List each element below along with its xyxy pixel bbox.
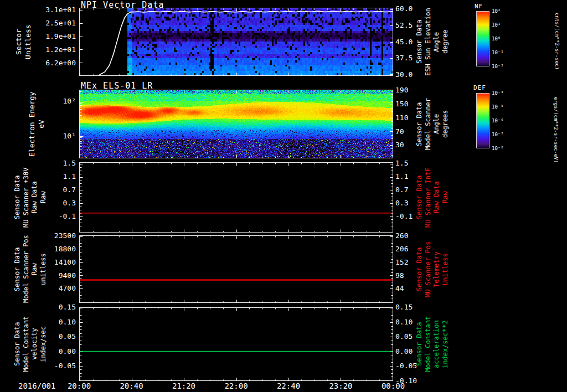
y-tick-label-left: 0.3 (32, 199, 76, 207)
plot-window: NPI Vector Data MEx ELS-01 LR Sector Uni… (0, 0, 567, 392)
y-tick-label-right: 45.0 (395, 38, 413, 46)
y-tick-label-right: 190 (395, 86, 408, 94)
colorbar-tick-label: 10⁻⁶ (492, 118, 504, 123)
x-tick-label: 21:20 (166, 381, 202, 390)
mu-scanner-30v-panel (79, 162, 393, 233)
panel4-right-axis-label: Sensor Data MU Scanner Pos Telemetry Uni… (415, 235, 450, 303)
x-axis-date-label: 2016/001 (18, 381, 55, 390)
npi-spectrogram-canvas (80, 8, 393, 75)
y-tick-label-left: 4700 (32, 284, 76, 292)
y-tick-label-left: 10² (32, 97, 76, 105)
colorbar1-title: NF (475, 3, 483, 10)
panel1-right-axis-label: Sensor Data ESH Sun Elevation Angle degr… (415, 8, 450, 76)
y-tick-label-left: 3.1e+01 (32, 6, 76, 14)
mu-scanner-30v-canvas (80, 163, 393, 232)
colorbar2-title: DEF (473, 84, 486, 91)
panel5-right-axis-label: Sensor Data Model Constant acceleration … (415, 307, 450, 381)
panel2-right-axis-label: Sensor Data Model Scanner Angle degrees (415, 90, 450, 158)
x-tick-label: 00:00 (375, 381, 411, 390)
y-tick-label-left: 0.10 (32, 318, 76, 326)
x-tick-label: 22:40 (271, 381, 306, 390)
y-tick-label-right: 30 (395, 141, 404, 149)
y-tick-label-left: -0.05 (32, 362, 76, 370)
y-tick-label-left: 1.2e+01 (32, 45, 76, 54)
els-spectrogram-canvas (80, 90, 393, 158)
x-tick-label: 20:00 (61, 381, 97, 390)
y-tick-label-left: 18800 (32, 245, 76, 253)
colorbar2-gradient (476, 93, 489, 148)
npi-spectrogram-panel (79, 8, 393, 76)
y-tick-label-right: 0.05 (395, 332, 413, 341)
y-tick-label-right: 150 (395, 100, 408, 108)
y-tick-label-right: 0.3 (395, 199, 408, 207)
y-tick-label-right: 152 (395, 258, 408, 266)
y-tick-label-right: 1.1 (395, 172, 408, 180)
y-tick-label-right: 30.0 (395, 70, 413, 79)
y-tick-label-right: -0.05 (395, 362, 417, 370)
colorbar-tick-label: 10¹ (492, 22, 501, 28)
y-tick-label-right: 52.5 (395, 21, 413, 29)
y-tick-label-left: 1.5 (32, 159, 76, 167)
colorbar-tick-label: 10² (492, 8, 501, 14)
y-tick-label-right: -0.1 (395, 212, 413, 220)
colorbar1-gradient (476, 11, 489, 66)
colorbar-tick-label: 10⁻¹ (492, 50, 504, 55)
y-tick-label-left: 9400 (32, 271, 76, 280)
panel1-left-axis-label: Sector Unitless (14, 8, 33, 76)
y-tick-label-right: 0.00 (395, 347, 413, 355)
y-tick-label-left: 0.15 (32, 303, 76, 311)
y-tick-label-right: 260 (395, 231, 408, 240)
colorbar-tick-label: 10⁻² (492, 64, 504, 69)
colorbar-tick-label: 10⁰ (492, 36, 501, 42)
model-constant-panel (79, 307, 393, 381)
y-tick-label-left: 1.9e+01 (32, 32, 76, 40)
y-tick-label-left: 23500 (32, 231, 76, 240)
y-tick-label-right: 70 (395, 127, 404, 136)
colorbar-tick-label: 10⁻⁸ (492, 146, 504, 151)
colorbar1-unit-label: cnts/(cm**2-sr-sec) (554, 6, 560, 76)
els-spectrogram-panel (79, 90, 393, 158)
y-tick-label-right: 37.5 (395, 54, 413, 62)
y-tick-label-left: 0.7 (32, 185, 76, 194)
y-tick-label-right: 44 (395, 284, 404, 292)
y-tick-label-left: 0.05 (32, 332, 76, 341)
y-tick-label-right: 0.15 (395, 303, 413, 311)
model-constant-canvas (80, 308, 393, 380)
scanner-pos-panel (79, 235, 393, 303)
y-tick-label-right: 110 (395, 114, 408, 122)
y-tick-label-left: 14100 (32, 258, 76, 266)
y-tick-label-right: 206 (395, 245, 408, 253)
y-tick-label-left: 6.2e+00 (32, 59, 76, 67)
panel3-right-axis-label: Sensor Data MU Scanner IntF Raw Data Raw (415, 162, 450, 233)
y-tick-label-left: 2.5e+01 (32, 19, 76, 27)
y-tick-label-right: 60.0 (395, 4, 413, 13)
y-tick-label-left: 0.00 (32, 347, 76, 355)
x-tick-label: 20:40 (114, 381, 150, 390)
y-tick-label-right: 98 (395, 271, 404, 280)
y-tick-label-left: 10¹ (32, 132, 76, 140)
colorbar-tick-label: 10⁻⁴ (492, 90, 504, 96)
colorbar-tick-label: 10⁻⁵ (492, 104, 504, 110)
y-tick-label-right: 1.5 (395, 159, 408, 167)
colorbar-tick-label: 10⁻⁷ (492, 132, 504, 137)
y-tick-label-left: -0.1 (32, 212, 76, 220)
y-tick-label-right: 0.10 (395, 318, 413, 326)
scanner-pos-canvas (80, 236, 393, 302)
y-tick-label-right: 0.7 (395, 185, 408, 194)
x-tick-label: 22:00 (219, 381, 254, 390)
x-tick-label: 23:20 (323, 381, 358, 390)
y-tick-label-left: 1.1 (32, 172, 76, 180)
colorbar2-unit-label: ergs/(cm**2-sr-sec-eV) (553, 89, 559, 172)
